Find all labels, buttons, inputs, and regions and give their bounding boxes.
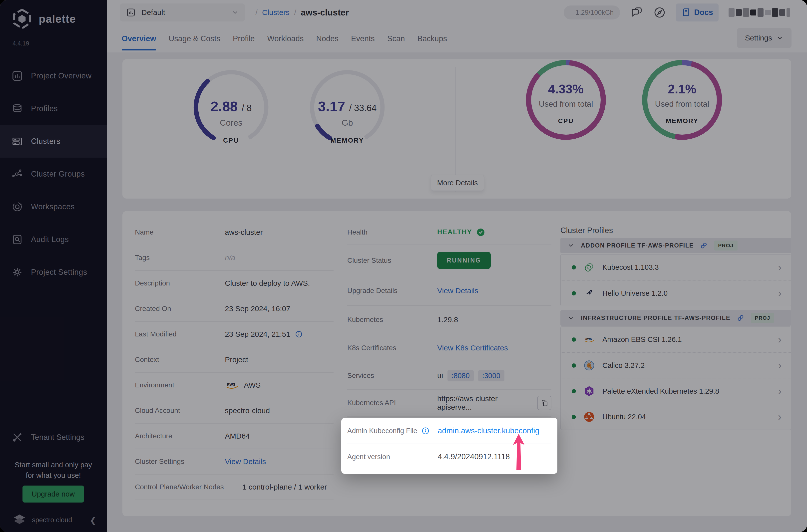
settings-button[interactable]: Settings	[737, 28, 791, 48]
more-details-button[interactable]: More Details	[431, 175, 484, 191]
card-divider	[455, 67, 456, 192]
tools-icon	[12, 432, 23, 443]
project-selector[interactable]: Default	[120, 3, 245, 21]
sidebar-item-label: Cluster Groups	[31, 170, 85, 178]
kubernetes-api-value: https://aws-cluster-apiserve...	[437, 394, 551, 411]
memory-donut: 2.1% Used from total MEMORY	[642, 60, 722, 140]
description-value: Cluster to deploy to AWS.	[225, 279, 310, 287]
chat-button[interactable]	[630, 6, 643, 19]
profile-item-ubuntu[interactable]: Ubuntu 22.04 ›	[561, 404, 791, 430]
tab-scan[interactable]: Scan	[387, 25, 405, 53]
collapse-sidebar-icon[interactable]: ❮	[90, 515, 97, 525]
tab-workloads[interactable]: Workloads	[267, 25, 304, 53]
sidebar-item-profiles[interactable]: Profiles	[0, 92, 107, 125]
tab-nodes[interactable]: Nodes	[316, 25, 339, 53]
table-row: Environment aws AWS	[135, 373, 334, 398]
cluster-settings-link[interactable]: View Details	[225, 457, 266, 466]
addon-profile-header[interactable]: ADDON PROFILE TF-AWS-PROFILE PROJ	[560, 238, 791, 253]
chevron-down-icon	[567, 315, 575, 321]
cpu-donut: 4.33% Used from total CPU	[526, 60, 606, 140]
profile-title: ADDON PROFILE TF-AWS-PROFILE	[581, 242, 694, 249]
sidebar-item-tenant-settings[interactable]: Tenant Settings	[0, 428, 107, 447]
project-selector-value: Default	[142, 8, 226, 17]
profile-item-hello-universe[interactable]: Hello Universe 1.2.0 ›	[561, 280, 791, 306]
sidebar-item-project-settings[interactable]: Project Settings	[0, 256, 107, 288]
table-row: Services ui :8080 :3000	[347, 362, 551, 390]
tab-events[interactable]: Events	[351, 25, 375, 53]
upgrade-details-link[interactable]: View Details	[437, 286, 478, 295]
cpu-total-value: / 8	[242, 103, 251, 113]
profile-item-kubecost[interactable]: Kubecost 1.103.3 ›	[561, 254, 791, 280]
cluster-status-table: Health HEALTHY Cluster Status RUNNING Up…	[347, 220, 551, 417]
status-dot	[571, 265, 576, 269]
sidebar-item-workspaces[interactable]: Workspaces	[0, 190, 107, 223]
chevron-right-icon: ›	[778, 287, 782, 299]
nodes-value: 1 control-plane / 1 worker	[242, 483, 327, 491]
breadcrumb-clusters-link[interactable]: Clusters	[262, 8, 289, 17]
table-row: K8s CertificatesView K8s Certificates	[347, 334, 551, 362]
app-window: palette 4.4.19 Project Overview Profiles…	[0, 0, 807, 532]
sidebar-item-project-overview[interactable]: Project Overview	[0, 59, 107, 92]
addon-profile-items: Kubecost 1.103.3 › Hello Universe 1.2.0 …	[560, 254, 791, 306]
svg-text:aws: aws	[227, 381, 236, 387]
tab-usage-costs[interactable]: Usage & Costs	[169, 25, 220, 53]
profile-item-calico[interactable]: Calico 3.27.2 ›	[561, 353, 791, 378]
book-icon	[681, 8, 691, 17]
service-port-link[interactable]: :8080	[448, 370, 474, 381]
explore-button[interactable]	[653, 6, 666, 19]
sidebar-footer: spectro cloud ❮	[0, 508, 107, 532]
cloud-account-value: spectro-cloud	[225, 406, 270, 415]
service-port-link[interactable]: :3000	[478, 370, 504, 381]
sidebar-item-label: Audit Logs	[31, 235, 69, 244]
palette-logo-icon	[11, 8, 33, 30]
memory-gauge: 3.17 / 33.64 Gb MEMORY	[308, 69, 386, 146]
k8s-certificates-link[interactable]: View K8s Certificates	[437, 344, 508, 352]
memory-total-value: / 33.64	[349, 103, 376, 113]
environment-value: aws AWS	[225, 381, 261, 390]
cpu-donut-label: CPU	[526, 117, 606, 125]
sidebar-item-label: Project Overview	[31, 72, 91, 80]
orbit-icon	[12, 201, 23, 212]
page-title: aws-cluster	[301, 7, 349, 18]
annotation-arrow	[511, 433, 526, 471]
footer-brand: spectro cloud	[32, 516, 72, 524]
health-value: HEALTHY	[437, 228, 485, 237]
sidebar-item-audit-logs[interactable]: Audit Logs	[0, 223, 107, 256]
breadcrumb-separator: /	[294, 8, 296, 17]
sidebar-item-clusters[interactable]: Clusters	[0, 125, 107, 158]
info-icon[interactable]	[295, 330, 303, 338]
memory-donut-caption: Used from total	[642, 99, 722, 109]
copy-button[interactable]	[537, 396, 551, 410]
profile-item-palette-extended-kubernetes[interactable]: Palette eXtended Kubernetes 1.29.8 ›	[561, 378, 791, 404]
profile-item-amazon-ebs-csi[interactable]: aws Amazon EBS CSI 1.26.1 ›	[561, 327, 791, 353]
chevron-right-icon: ›	[778, 359, 782, 372]
status-dot	[571, 291, 576, 296]
chevron-right-icon: ›	[778, 411, 782, 423]
svg-text:aws: aws	[585, 337, 592, 340]
sidebar-item-cluster-groups[interactable]: Cluster Groups	[0, 158, 107, 190]
project-icon	[126, 7, 136, 18]
cpu-unit: Cores	[192, 118, 270, 128]
breadcrumb-separator: /	[255, 8, 258, 17]
tab-overview[interactable]: Overview	[122, 25, 156, 53]
chevron-down-icon	[567, 242, 575, 249]
architecture-value: AMD64	[225, 432, 250, 440]
info-icon[interactable]	[421, 426, 430, 435]
infrastructure-profile-header[interactable]: INFRASTRUCTURE PROFILE TF-AWS-PROFILE PR…	[560, 310, 791, 326]
upgrade-now-button[interactable]: Upgrade now	[22, 486, 84, 502]
memory-gauge-label: MEMORY	[308, 137, 386, 144]
calico-icon	[583, 360, 595, 371]
user-account-redacted[interactable]	[729, 8, 790, 17]
memory-donut-label: MEMORY	[642, 117, 722, 125]
tab-profile[interactable]: Profile	[233, 25, 255, 53]
bar-chart-icon	[12, 70, 23, 82]
table-row: DescriptionCluster to deploy to AWS.	[135, 271, 334, 296]
docs-button[interactable]: Docs	[676, 3, 718, 21]
tab-bar: Overview Usage & Costs Profile Workloads…	[107, 25, 807, 53]
table-row: Cluster SettingsView Details	[135, 449, 334, 475]
tenant-settings-label: Tenant Settings	[31, 433, 85, 442]
sidebar-item-label: Clusters	[31, 137, 60, 146]
chevron-down-icon	[776, 34, 784, 42]
cluster-info-table: Nameaws-cluster Tagsn/a DescriptionClust…	[135, 220, 334, 500]
tab-backups[interactable]: Backups	[417, 25, 447, 53]
